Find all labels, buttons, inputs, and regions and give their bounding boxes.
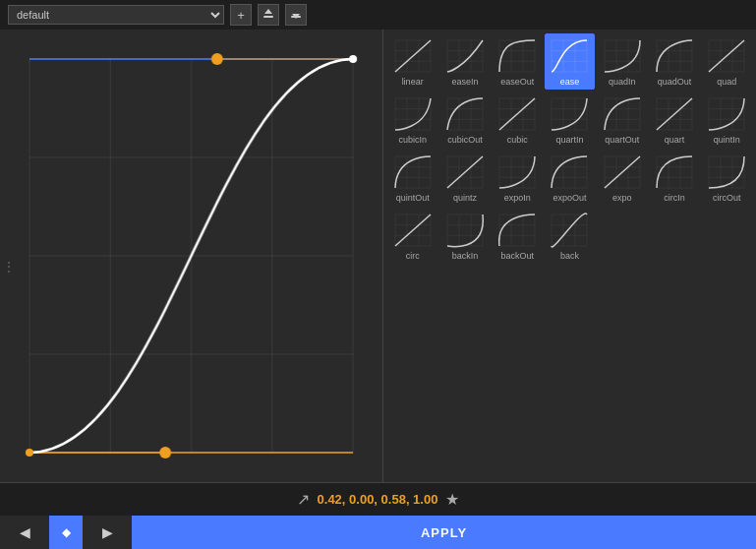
easing-label-cubicIn: cubicIn (398, 135, 427, 145)
import-button[interactable] (258, 4, 279, 26)
top-bar: default + (0, 0, 756, 30)
easing-label-quartIn: quartIn (555, 135, 583, 145)
easing-label-linear: linear (402, 77, 424, 87)
easing-label-circOut: circOut (713, 193, 741, 203)
easing-preview-quadOut (653, 36, 696, 76)
easing-label-cubicOut: cubicOut (447, 135, 483, 145)
apply-button[interactable]: APPLY (132, 516, 756, 549)
easing-preview-quintOut (391, 152, 435, 192)
easing-preview-expoIn (495, 152, 539, 192)
svg-rect-0 (263, 16, 273, 18)
easing-preview-quintz (443, 152, 487, 192)
easing-item-circ[interactable]: circ (387, 208, 437, 264)
export-button[interactable] (285, 4, 307, 26)
easing-preview-ease (548, 36, 591, 76)
keyframe-button[interactable]: ◆ (49, 516, 83, 549)
svg-marker-1 (264, 9, 272, 14)
next-button[interactable]: ▶ (83, 516, 132, 549)
easing-item-quintOut[interactable]: quintOut (387, 150, 437, 206)
easing-preview-back (548, 211, 591, 250)
easing-item-cubicOut[interactable]: cubicOut (439, 92, 490, 148)
easing-label-ease: ease (560, 77, 580, 87)
bottom-values: ↗ 0.42, 0.00, 0.58, 1.00 ★ (0, 483, 756, 516)
easing-item-linear[interactable]: linear (387, 33, 437, 90)
easing-item-backOut[interactable]: backOut (493, 208, 543, 264)
easing-item-back[interactable]: back (545, 208, 595, 264)
easing-item-backIn[interactable]: backIn (439, 208, 490, 264)
easing-label-quintIn: quintIn (714, 135, 740, 145)
easing-grid: lineareaseIneaseOuteasequadInquadOutquad… (387, 33, 752, 264)
bezier-values: 0.42, 0.00, 0.58, 1.00 (318, 492, 438, 507)
prev-button[interactable]: ◀ (0, 516, 49, 549)
easing-label-cubic: cubic (507, 135, 528, 145)
easing-item-expoOut[interactable]: expoOut (545, 150, 595, 206)
easing-preview-easeOut (495, 36, 539, 76)
easing-preview-cubicIn (391, 94, 435, 134)
easing-preview-circ (391, 211, 435, 250)
easing-label-expoOut: expoOut (552, 193, 586, 203)
easing-item-cubicIn[interactable]: cubicIn (387, 92, 437, 148)
easing-preview-quartOut (601, 94, 644, 134)
easing-label-easeIn: easeIn (451, 77, 478, 87)
easing-label-expo: expo (612, 193, 632, 203)
easing-preview-backOut (495, 211, 539, 250)
favorite-button[interactable]: ★ (445, 490, 459, 509)
easing-item-quintz[interactable]: quintz (439, 150, 490, 206)
easing-item-expoIn[interactable]: expoIn (493, 150, 543, 206)
easing-preview-linear (391, 36, 435, 76)
easing-item-quadIn[interactable]: quadIn (597, 33, 647, 90)
easing-label-quart: quart (665, 135, 685, 145)
main-content: lineareaseIneaseOuteasequadInquadOutquad… (0, 30, 756, 482)
easing-label-circIn: circIn (664, 193, 685, 203)
easing-item-quad[interactable]: quad (702, 33, 752, 90)
easing-label-backOut: backOut (500, 251, 534, 261)
easing-item-quadOut[interactable]: quadOut (649, 33, 699, 90)
easing-preview-easeIn (443, 36, 487, 76)
easing-item-quartOut[interactable]: quartOut (597, 92, 647, 148)
easing-item-quartIn[interactable]: quartIn (545, 92, 595, 148)
bottom-bar: ↗ 0.42, 0.00, 0.58, 1.00 ★ ◀ ◆ ▶ APPLY (0, 482, 756, 549)
easing-label-easeOut: easeOut (500, 77, 534, 87)
easing-label-expoIn: expoIn (504, 193, 531, 203)
easing-preview-cubicOut (443, 94, 487, 134)
easing-item-easeIn[interactable]: easeIn (439, 33, 490, 90)
easing-label-circ: circ (406, 251, 420, 261)
easing-preview-quartIn (548, 94, 591, 134)
easing-item-circIn[interactable]: circIn (649, 150, 699, 206)
easing-preview-circIn (653, 152, 696, 192)
easing-label-back: back (560, 251, 579, 261)
easing-preview-quadIn (601, 36, 644, 76)
easing-preview-quintIn (705, 94, 748, 134)
curve-canvas[interactable] (0, 30, 382, 482)
curve-editor (0, 30, 383, 482)
easing-item-quart[interactable]: quart (649, 92, 699, 148)
easing-label-quadIn: quadIn (609, 77, 636, 87)
easing-preview-expoOut (548, 152, 591, 192)
easing-preview-circOut (705, 152, 748, 192)
easing-label-quad: quad (717, 77, 736, 87)
easing-preview-cubic (495, 94, 539, 134)
easing-item-ease[interactable]: ease (545, 33, 595, 90)
preset-select[interactable]: default (8, 5, 224, 25)
arrow-icon: ↗ (297, 490, 310, 509)
easing-item-expo[interactable]: expo (597, 150, 647, 206)
easing-preview-backIn (443, 211, 487, 250)
easing-label-quintOut: quintOut (396, 193, 430, 203)
easing-item-circOut[interactable]: circOut (702, 150, 752, 206)
easing-panel: lineareaseIneaseOuteasequadInquadOutquad… (383, 30, 756, 482)
easing-preview-expo (601, 152, 644, 192)
bottom-nav: ◀ ◆ ▶ APPLY (0, 516, 756, 549)
easing-preview-quart (653, 94, 696, 134)
easing-label-quadOut: quadOut (658, 77, 692, 87)
easing-label-quintz: quintz (453, 193, 477, 203)
easing-preview-quad (705, 36, 748, 76)
add-preset-button[interactable]: + (230, 4, 252, 26)
easing-item-easeOut[interactable]: easeOut (493, 33, 543, 90)
easing-label-quartOut: quartOut (605, 135, 639, 145)
easing-item-cubic[interactable]: cubic (493, 92, 543, 148)
easing-item-quintIn[interactable]: quintIn (702, 92, 752, 148)
easing-label-backIn: backIn (452, 251, 479, 261)
